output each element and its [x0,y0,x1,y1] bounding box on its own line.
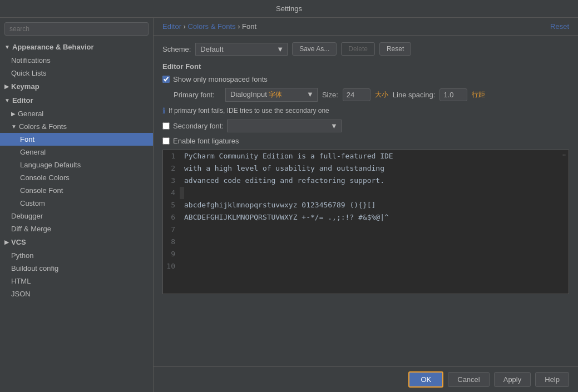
sidebar-item-font[interactable]: Font [0,133,153,146]
line-number: 3 [163,175,180,187]
sidebar-item-keymap[interactable]: ▶ Keymap [0,80,153,93]
preview-line: 8 [163,236,569,248]
expand-icon-keymap: ▶ [4,83,9,90]
settings-window: Settings ▼ Appearance & Behavior Notific… [0,0,578,392]
main-container: ▼ Appearance & Behavior Notifications Qu… [0,18,578,392]
chinese-size-label: 大小 [375,90,388,100]
line-content: with a high level of usability and outst… [180,162,384,175]
expand-icon-editor: ▼ [4,97,10,103]
info-icon: ℹ [162,106,165,115]
preview-line: 3advanced code editing and refactoring s… [163,175,569,187]
ligatures-label: Enable font ligatures [173,137,239,145]
preview-line: 6ABCDEFGHIJKLMNOPQRSTUVWXYZ +-*/= .,;:!?… [163,211,569,224]
expand-icon: ▼ [4,44,10,50]
sidebar-item-appearance-behavior[interactable]: ▼ Appearance & Behavior [0,40,153,54]
sidebar-item-quick-lists[interactable]: Quick Lists [0,67,153,80]
ligatures-row: Enable font ligatures [162,137,569,145]
search-box [0,18,153,40]
info-row: ℹ If primary font fails, IDE tries to us… [162,106,569,115]
preview-line: 4 [163,187,569,199]
sidebar-item-python[interactable]: Python [0,249,153,262]
sidebar-item-language-defaults[interactable]: Language Defaults [0,158,153,171]
line-number: 6 [163,211,180,224]
title-bar: Settings [0,0,578,18]
line-content [180,236,184,248]
line-content [180,187,184,199]
expand-icon-general: ▶ [11,111,16,117]
window-title: Settings [276,4,302,13]
primary-font-combo: DialogInput 字体 ▼ [225,88,318,102]
preview-line: 2with a high level of usability and outs… [163,162,569,175]
preview-lines: 1PyCharm Community Edition is a full-fea… [163,150,569,272]
expand-icon-colors-fonts: ▼ [11,123,17,130]
monospaced-label: Show only monospaced fonts [173,75,268,83]
line-content: PyCharm Community Edition is a full-feat… [180,150,393,162]
line-number: 7 [163,224,180,236]
reset-top-button[interactable]: Reset [550,22,569,31]
ligatures-checkbox[interactable] [162,137,170,145]
sidebar-item-editor[interactable]: ▼ Editor [0,93,153,107]
primary-font-label: Primary font: [174,91,221,99]
line-number: 1 [163,150,180,162]
secondary-font-label: Secondary font: [173,122,224,130]
search-input[interactable] [4,22,149,36]
line-number: 4 [163,187,180,199]
breadcrumb-sep2: › [238,22,242,31]
monospaced-checkbox[interactable] [162,76,170,83]
sidebar-item-console-font[interactable]: Console Font [0,184,153,197]
sidebar-item-custom[interactable]: Custom [0,197,153,210]
sidebar-item-notifications[interactable]: Notifications [0,54,153,67]
sidebar-item-general[interactable]: ▶ General [0,107,153,120]
breadcrumb-bar: Editor › Colors & Fonts › Font Reset [154,18,578,36]
bottom-bar: OK Cancel Apply Help [154,366,578,392]
line-spacing-input[interactable] [439,88,467,101]
line-content: abcdefghijklmnopqrstuvwxyz 0123456789 ()… [180,199,376,211]
scheme-value[interactable]: Default [195,43,273,56]
line-content: ABCDEFGHIJKLMNOPQRSTUVWXYZ +-*/= .,;:!? … [180,211,389,224]
scheme-row: Scheme: Default ▼ Save As... Delete Rese… [162,42,569,56]
reset-button[interactable]: Reset [379,42,411,56]
secondary-font-checkbox[interactable] [162,122,170,130]
sidebar-item-general2[interactable]: General [0,146,153,158]
sidebar-item-console-colors[interactable]: Console Colors [0,171,153,184]
chinese-font-label: 字体 [269,91,282,98]
help-button[interactable]: Help [535,372,569,387]
line-spacing-label: Line spacing: [393,91,436,99]
primary-font-arrow[interactable]: ▼ [303,88,318,102]
sidebar-item-diff-merge[interactable]: Diff & Merge [0,222,153,235]
ok-button[interactable]: OK [408,371,443,388]
line-number: 2 [163,162,180,175]
sidebar-item-buildout-config[interactable]: Buildout config [0,262,153,275]
size-label: Size: [322,91,338,99]
secondary-font-value[interactable] [227,120,327,132]
delete-button: Delete [341,42,375,56]
preview-resize-handle[interactable]: ⋯ [560,150,569,159]
content-panel: Editor › Colors & Fonts › Font Reset Sch… [154,18,578,392]
primary-font-row: Primary font: DialogInput 字体 ▼ Size: 大小 … [174,88,569,102]
line-number: 8 [163,236,180,248]
scheme-dropdown-arrow[interactable]: ▼ [273,43,288,56]
cancel-button[interactable]: Cancel [448,372,489,387]
save-as-button[interactable]: Save As... [292,42,337,56]
breadcrumb-colors-fonts[interactable]: Colors & Fonts [188,22,236,31]
size-input[interactable] [343,88,370,101]
line-number: 5 [163,199,180,211]
secondary-font-arrow[interactable]: ▼ [327,120,342,132]
sidebar-item-colors-fonts[interactable]: ▼ Colors & Fonts [0,120,153,133]
preview-line: 7 [163,224,569,236]
apply-button[interactable]: Apply [494,372,531,387]
sidebar-item-json[interactable]: JSON [0,287,153,300]
info-text: If primary font fails, IDE tries to use … [169,107,329,115]
line-content [180,224,184,236]
breadcrumb-editor[interactable]: Editor [162,22,181,31]
breadcrumb-sep1: › [184,22,188,31]
expand-icon-vcs: ▶ [4,239,9,245]
sidebar-item-vcs[interactable]: ▶ VCS [0,235,153,249]
scheme-combo: Default ▼ [195,43,288,56]
chinese-spacing-label: 行距 [472,90,485,100]
sidebar-item-debugger[interactable]: Debugger [0,210,153,222]
editor-font-title: Editor Font [162,62,569,71]
primary-font-value[interactable]: DialogInput 字体 [225,88,303,102]
sidebar-item-html[interactable]: HTML [0,275,153,287]
settings-panel: Scheme: Default ▼ Save As... Delete Rese… [154,36,578,366]
